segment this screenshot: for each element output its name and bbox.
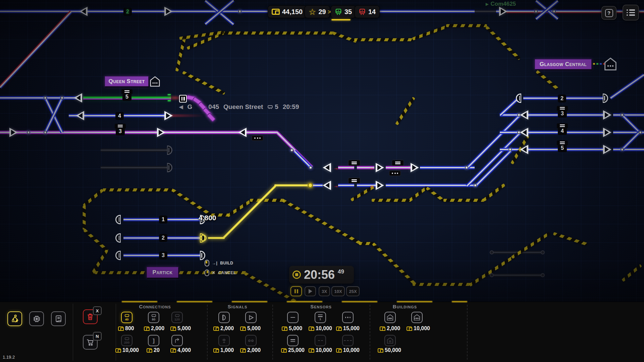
wallet-icon bbox=[281, 348, 286, 353]
cost-sensor-1: 5,000 bbox=[282, 325, 302, 331]
stars-badge[interactable]: ☆ 29 bbox=[305, 5, 330, 18]
speed-3x-button[interactable]: 3X bbox=[319, 286, 330, 296]
tool-station-transfer[interactable] bbox=[411, 312, 423, 323]
tool-track-80[interactable]: 80 bbox=[148, 312, 159, 323]
active-trains-badge[interactable]: 35 bbox=[331, 5, 356, 18]
tool-sensor-platform[interactable]: 1 bbox=[315, 312, 326, 323]
platform-badge: 1 bbox=[159, 216, 167, 224]
train-green-icon bbox=[335, 8, 342, 15]
build-line-endpoint[interactable] bbox=[308, 183, 313, 188]
tool-signal[interactable] bbox=[218, 312, 230, 323]
sensor-dots-badge[interactable] bbox=[389, 171, 401, 176]
tool-chain-signal[interactable] bbox=[245, 335, 257, 346]
track-segment bbox=[613, 114, 644, 116]
sensor-badge[interactable] bbox=[348, 160, 360, 166]
signal[interactable] bbox=[499, 7, 507, 16]
star-icon: ☆ bbox=[309, 8, 316, 16]
route-arrow: ← bbox=[370, 165, 375, 170]
tool-track-40[interactable]: 40 bbox=[121, 312, 132, 323]
mouse-left-icon bbox=[205, 260, 209, 266]
signal[interactable] bbox=[157, 128, 165, 137]
wallet-icon bbox=[240, 326, 246, 331]
signal[interactable] bbox=[520, 128, 528, 137]
money-badge[interactable]: 44,150 bbox=[268, 5, 307, 18]
signal[interactable] bbox=[603, 110, 611, 120]
signal[interactable] bbox=[76, 111, 84, 120]
tool-track-120[interactable]: 120 bbox=[171, 312, 183, 323]
tool-track-200[interactable]: 200 bbox=[121, 335, 132, 346]
sensor-lines-icon bbox=[557, 123, 568, 128]
sensor-lines-icon bbox=[557, 106, 568, 111]
help-button[interactable]: ? bbox=[601, 6, 616, 20]
cost-track-200: 10,000 bbox=[115, 347, 139, 353]
signal[interactable] bbox=[411, 163, 419, 172]
build-line bbox=[208, 237, 225, 239]
platform-badge-sensor: 5 bbox=[557, 140, 568, 152]
tool-station[interactable] bbox=[384, 312, 396, 323]
active-trains-value: 35 bbox=[344, 8, 352, 16]
signal[interactable] bbox=[603, 128, 611, 137]
signal[interactable] bbox=[520, 110, 528, 120]
signal[interactable] bbox=[323, 181, 331, 190]
signal[interactable] bbox=[79, 7, 88, 16]
alert-trains-badge[interactable]: 14 bbox=[355, 5, 380, 18]
wallet-icon bbox=[336, 326, 341, 331]
speed-10x-button[interactable]: 10X bbox=[331, 286, 345, 296]
tool-sensor-double[interactable] bbox=[287, 335, 299, 346]
tool-switch[interactable] bbox=[171, 335, 183, 346]
station-label-glasgow-central[interactable]: Glasgow Central bbox=[535, 59, 592, 69]
signal[interactable] bbox=[9, 128, 18, 137]
hazard-stripe bbox=[221, 32, 335, 35]
menu-button[interactable] bbox=[623, 5, 639, 20]
signal[interactable] bbox=[323, 163, 331, 172]
mode-build-button[interactable] bbox=[7, 311, 22, 326]
tool-auto-signal[interactable] bbox=[245, 312, 257, 323]
hazard-stripe bbox=[372, 199, 411, 202]
tool-sensor-dash3[interactable] bbox=[342, 335, 354, 346]
toolbar-glow bbox=[122, 301, 467, 302]
signal[interactable] bbox=[376, 163, 384, 172]
mode-logic-button[interactable] bbox=[29, 311, 44, 326]
station-label-partick[interactable]: Partick bbox=[147, 267, 178, 278]
cost-station-transfer: 10,000 bbox=[407, 325, 430, 331]
tool-depot[interactable] bbox=[384, 335, 396, 346]
signal[interactable] bbox=[603, 145, 611, 154]
platform-badge: 2 bbox=[558, 95, 566, 103]
sensor-badge[interactable] bbox=[348, 178, 360, 184]
station-building-icon bbox=[386, 314, 394, 321]
play-icon bbox=[309, 289, 312, 294]
tool-bumper[interactable]: ] bbox=[148, 335, 159, 346]
speed-pause-button[interactable] bbox=[290, 286, 302, 296]
tool-sensor-dash2[interactable] bbox=[315, 335, 326, 346]
train-info-row[interactable]: ◀ G045 Queen Street 5 20:59 bbox=[179, 103, 299, 111]
signal[interactable] bbox=[238, 128, 247, 137]
train-paused-icon[interactable] bbox=[179, 95, 187, 103]
sensor-lines-icon bbox=[318, 314, 323, 317]
gate-icon bbox=[221, 338, 227, 344]
track-node bbox=[309, 166, 312, 169]
cost-depot: 50,000 bbox=[378, 347, 401, 353]
signal[interactable] bbox=[164, 7, 173, 16]
track-segment-dark bbox=[101, 149, 168, 151]
tool-gate[interactable] bbox=[218, 335, 230, 346]
mode-journal-button[interactable] bbox=[51, 311, 66, 326]
track-segment bbox=[500, 132, 520, 133]
signal[interactable] bbox=[74, 93, 82, 103]
tool-sensor-single[interactable] bbox=[287, 312, 299, 323]
speed-25x-button[interactable]: 25X bbox=[346, 286, 360, 296]
sensor-dots-badge[interactable] bbox=[252, 135, 263, 141]
section-separator bbox=[467, 305, 468, 360]
cost-signal: 2,000 bbox=[213, 325, 234, 331]
hint-cancel: ✕ CANCEL bbox=[205, 269, 236, 276]
station-label-queen-street[interactable]: Queen Street bbox=[105, 76, 149, 86]
signal[interactable] bbox=[164, 111, 173, 120]
platform-badge-sensor: 3 bbox=[557, 106, 568, 118]
signal[interactable] bbox=[376, 181, 384, 190]
tool-sensor-multi[interactable] bbox=[342, 312, 354, 323]
wallet-icon bbox=[380, 326, 385, 331]
signal[interactable] bbox=[520, 145, 528, 154]
sensor-badge[interactable] bbox=[392, 160, 404, 166]
speed-play-button[interactable] bbox=[305, 286, 316, 296]
wallet-icon bbox=[407, 326, 412, 331]
track-speed-label: 2 bbox=[123, 8, 132, 16]
